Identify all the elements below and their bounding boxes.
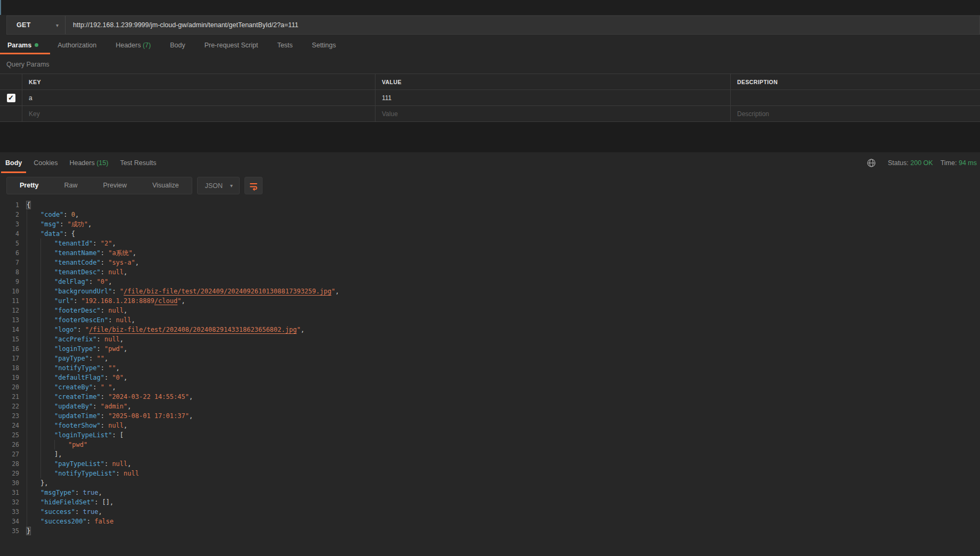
new-value-input[interactable]: Value bbox=[375, 106, 731, 121]
params-table: KEY VALUE DESCRIPTION ✓ a 111 Key Value … bbox=[0, 73, 980, 122]
response-tab-body[interactable]: Body bbox=[5, 159, 22, 167]
response-tab-headers[interactable]: Headers (15) bbox=[69, 159, 108, 167]
view-preview[interactable]: Preview bbox=[90, 177, 139, 194]
code-line: 29"notifyTypeList": null bbox=[7, 469, 980, 478]
tab-body[interactable]: Body bbox=[170, 42, 185, 49]
json-boolean: true bbox=[83, 508, 98, 516]
json-punctuation: : bbox=[101, 393, 108, 400]
tab-params[interactable]: Params bbox=[7, 42, 38, 49]
json-link[interactable]: /cloud bbox=[154, 297, 177, 305]
json-key: "backgroundUrl" bbox=[54, 288, 112, 295]
param-description-cell[interactable] bbox=[731, 90, 980, 105]
json-atom: null bbox=[108, 307, 124, 314]
response-headers-count: (15) bbox=[96, 159, 108, 167]
code-line: 28"payTypeList": null, bbox=[7, 459, 980, 469]
json-punctuation: , bbox=[120, 336, 124, 343]
json-link[interactable]: /file/biz-file/test/202409/2024092610130… bbox=[124, 288, 331, 295]
wrap-text-button[interactable] bbox=[244, 177, 263, 194]
param-key-cell[interactable]: a bbox=[22, 90, 375, 105]
json-link[interactable]: /file/biz-file/test/202408/2024082914331… bbox=[89, 326, 297, 333]
code-line: 16"loginType": "pwd", bbox=[7, 344, 980, 354]
top-strip bbox=[0, 0, 980, 15]
json-punctuation: , bbox=[75, 211, 79, 218]
view-visualize[interactable]: Visualize bbox=[140, 177, 192, 194]
response-view-toolbar: Pretty Raw Preview Visualize JSON ▾ bbox=[0, 174, 980, 198]
code-line: 4"data": { bbox=[7, 229, 980, 239]
line-number: 25 bbox=[7, 430, 27, 440]
json-bracket: { bbox=[27, 201, 30, 209]
response-header: Body Cookies Headers (15) Test Results S… bbox=[0, 152, 980, 174]
indent-guide bbox=[27, 239, 40, 248]
code-line: 7"tenantCode": "sys-a", bbox=[7, 258, 980, 267]
code-line: 20"createBy": " ", bbox=[7, 382, 980, 392]
new-key-input[interactable]: Key bbox=[22, 106, 375, 121]
json-atom: null bbox=[116, 316, 132, 324]
json-punctuation: [], bbox=[102, 498, 114, 506]
json-punctuation: : bbox=[75, 508, 83, 516]
json-punctuation: : bbox=[77, 326, 85, 333]
json-key: "logo" bbox=[54, 326, 77, 333]
indent-guide bbox=[40, 392, 54, 402]
code-line: 26"pwd" bbox=[7, 440, 980, 449]
time-field: Time: 94 ms bbox=[941, 159, 977, 167]
json-key: "tenantId" bbox=[54, 240, 93, 247]
json-key: "url" bbox=[54, 297, 74, 305]
status-badge: 200 OK bbox=[910, 159, 933, 167]
json-key: "accPrefix" bbox=[54, 336, 96, 343]
status-label: Status: bbox=[888, 159, 909, 167]
line-number: 23 bbox=[7, 411, 27, 421]
table-row: ✓ a 111 bbox=[0, 90, 980, 106]
column-description: DESCRIPTION bbox=[731, 74, 980, 89]
view-raw[interactable]: Raw bbox=[51, 177, 90, 194]
new-description-input[interactable]: Description bbox=[731, 106, 980, 121]
code-line: 3"msg": "成功", bbox=[7, 219, 980, 229]
indent-guide bbox=[27, 219, 40, 229]
tab-prerequest-script[interactable]: Pre-request Script bbox=[205, 42, 258, 49]
json-key: "createBy" bbox=[54, 383, 93, 391]
code-line: 22"updateBy": "admin", bbox=[7, 402, 980, 411]
json-punctuation: , bbox=[132, 316, 135, 324]
tab-authorization[interactable]: Authorization bbox=[58, 42, 96, 49]
line-number: 20 bbox=[7, 382, 27, 392]
indent-guide bbox=[40, 459, 54, 469]
view-mode-segment: Pretty Raw Preview Visualize bbox=[6, 177, 192, 194]
json-atom: null bbox=[104, 336, 120, 343]
tab-headers[interactable]: Headers (7) bbox=[116, 42, 151, 49]
json-atom: null bbox=[124, 470, 139, 477]
param-checkbox[interactable]: ✓ bbox=[7, 94, 15, 102]
line-number: 26 bbox=[7, 440, 27, 449]
json-string: "sys-a" bbox=[108, 259, 135, 266]
code-line: 25"loginTypeList": [ bbox=[7, 430, 980, 440]
json-punctuation: : { bbox=[63, 230, 75, 238]
indent-guide bbox=[40, 354, 54, 363]
code-line: 15"accPrefix": null, bbox=[7, 334, 980, 344]
json-punctuation: , bbox=[124, 268, 127, 276]
time-value: 94 ms bbox=[959, 159, 977, 167]
indent-guide bbox=[27, 354, 40, 363]
response-tab-cookies[interactable]: Cookies bbox=[34, 159, 58, 167]
tab-settings[interactable]: Settings bbox=[312, 42, 336, 49]
json-key: "notifyTypeList" bbox=[54, 470, 116, 477]
indent-guide bbox=[27, 392, 40, 402]
method-dropdown[interactable]: GET ▾ bbox=[7, 16, 66, 34]
json-key: "tenantName" bbox=[54, 249, 101, 257]
view-pretty[interactable]: Pretty bbox=[7, 177, 51, 194]
param-value-cell[interactable]: 111 bbox=[375, 90, 731, 105]
line-number: 33 bbox=[7, 507, 27, 517]
line-number: 32 bbox=[7, 497, 27, 507]
response-tab-test-results[interactable]: Test Results bbox=[120, 159, 156, 167]
response-tabs: Body Cookies Headers (15) Test Results bbox=[5, 159, 156, 167]
indent-guide bbox=[27, 449, 40, 459]
json-punctuation: ], bbox=[54, 451, 62, 458]
globe-icon[interactable] bbox=[867, 158, 876, 168]
query-params-section: Query Params bbox=[0, 55, 980, 73]
json-key: "notifyType" bbox=[54, 364, 101, 372]
indent-guide bbox=[27, 210, 40, 219]
indent-guide bbox=[40, 267, 54, 277]
json-punctuation: : bbox=[116, 470, 124, 477]
tab-tests[interactable]: Tests bbox=[277, 42, 292, 49]
code-line: 6"tenantName": "a系统", bbox=[7, 248, 980, 258]
language-dropdown[interactable]: JSON ▾ bbox=[197, 177, 240, 194]
line-number: 5 bbox=[7, 239, 27, 248]
url-input[interactable]: http://192.168.1.239:9999/jm-cloud-gw/ad… bbox=[66, 21, 979, 29]
